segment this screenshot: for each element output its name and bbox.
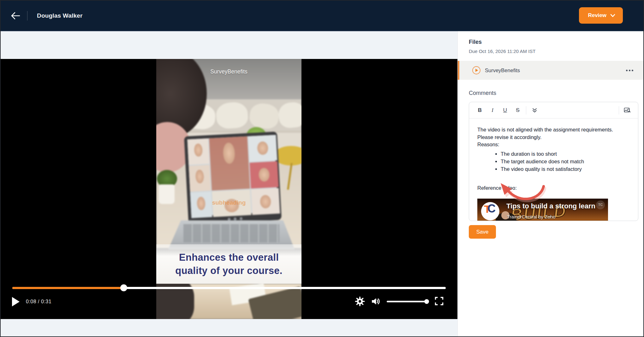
video-frame[interactable]: subheading Enhances the overall quality … xyxy=(156,59,301,319)
call-participant-tile xyxy=(249,161,278,189)
chevron-down-icon xyxy=(610,14,615,17)
comment-bullet-list: The duration is too short The target aud… xyxy=(477,150,632,173)
comment-bullet: The video quality is not satisfactory xyxy=(501,166,632,173)
video-overlay-title: SurveyBenefits xyxy=(156,68,301,75)
video-caption-line2: quality of your course. xyxy=(175,265,282,276)
topbar-divider xyxy=(27,11,27,20)
toolbar-separator xyxy=(526,106,526,114)
file-more-menu-icon[interactable] xyxy=(624,68,635,73)
comment-editor[interactable]: B I U S xyxy=(469,102,638,221)
video-watermark-text: subheading xyxy=(156,199,301,206)
comment-bullet: The duration is too short xyxy=(501,150,632,158)
italic-button[interactable]: I xyxy=(486,105,499,116)
back-arrow-icon xyxy=(11,12,20,20)
video-progress-bar[interactable] xyxy=(12,287,446,289)
comment-line: The video is not aligned with the assign… xyxy=(477,126,632,134)
toolbar-separator xyxy=(619,106,619,114)
double-chevron-down-icon xyxy=(532,108,537,113)
underline-button[interactable]: U xyxy=(499,105,511,116)
thumbnail-watermark: TC xyxy=(596,200,605,209)
image-search-icon xyxy=(624,107,631,113)
toolbar-right-group xyxy=(617,105,634,116)
laptop-screen-dots xyxy=(228,217,242,221)
files-section-header: Files Due Oct 16, 2026 11:20 AM IST xyxy=(458,31,644,54)
page-title: Douglas Walker xyxy=(37,12,83,19)
video-progress-fill xyxy=(12,287,125,289)
main-content-area: subheading Enhances the overall quality … xyxy=(1,31,457,337)
volume-slider[interactable] xyxy=(387,301,428,302)
strikethrough-button[interactable]: S xyxy=(511,105,524,116)
volume-mute-icon[interactable] xyxy=(371,296,381,306)
video-progress-knob[interactable] xyxy=(120,284,127,291)
bold-button[interactable]: B xyxy=(474,105,486,116)
logo-letter-c: C xyxy=(487,205,496,212)
video-caption-line1: Enhances the overall xyxy=(179,252,279,263)
scene-pillow xyxy=(215,102,248,130)
files-due-date: Due Oct 16, 2026 11:20 AM IST xyxy=(469,49,633,54)
call-speaker-tile xyxy=(209,136,250,191)
reference-video-thumbnail[interactable]: BUILD T C Tips to build a strong learn T… xyxy=(477,199,608,221)
review-button[interactable]: Review xyxy=(579,7,623,24)
play-button[interactable] xyxy=(12,297,20,306)
more-formatting-button[interactable] xyxy=(528,105,541,116)
comment-text-area[interactable]: The video is not aligned with the assign… xyxy=(469,119,638,221)
fullscreen-icon[interactable] xyxy=(434,296,444,306)
app-window: Douglas Walker Review xyxy=(0,0,644,337)
keyboard-keys xyxy=(183,224,279,242)
comments-title: Comments xyxy=(469,90,638,96)
trainercentral-logo: T C xyxy=(481,202,499,220)
file-row-surveybenefits[interactable]: SurveyBenefits xyxy=(458,61,644,80)
insert-image-button[interactable] xyxy=(621,105,634,116)
files-title: Files xyxy=(469,39,633,45)
reference-video-label: Reference video: xyxy=(477,184,632,192)
file-play-icon xyxy=(472,66,481,75)
editor-toolbar: B I U S xyxy=(469,102,638,119)
comments-section: Comments B I U S xyxy=(458,90,644,221)
comment-line: Reasons: xyxy=(477,141,632,148)
video-time-label: 0:08 / 0:31 xyxy=(26,299,51,305)
video-caption-band: Enhances the overall quality of your cou… xyxy=(156,244,301,284)
back-button[interactable] xyxy=(11,12,20,20)
comment-bullet: The target audience does not match xyxy=(501,158,632,166)
call-participant-tile xyxy=(248,135,277,162)
topbar: Douglas Walker Review xyxy=(1,1,643,31)
call-participant-tile xyxy=(189,165,211,192)
scene-laptop-screen xyxy=(184,131,282,224)
reference-video-channel: TrainerCentral by Zoho xyxy=(507,213,556,221)
reference-video-title: Tips to build a strong learn xyxy=(506,202,608,210)
call-participant-tile xyxy=(187,138,209,165)
sidebar: Files Due Oct 16, 2026 11:20 AM IST Surv… xyxy=(457,31,644,337)
video-player: subheading Enhances the overall quality … xyxy=(1,59,457,319)
comment-line: Please revise it accordingly. xyxy=(477,134,632,141)
file-name: SurveyBenefits xyxy=(485,67,520,73)
save-button[interactable]: Save xyxy=(469,225,496,239)
review-button-label: Review xyxy=(588,12,606,19)
settings-gear-icon[interactable] xyxy=(355,296,365,306)
volume-slider-knob[interactable] xyxy=(424,299,429,304)
